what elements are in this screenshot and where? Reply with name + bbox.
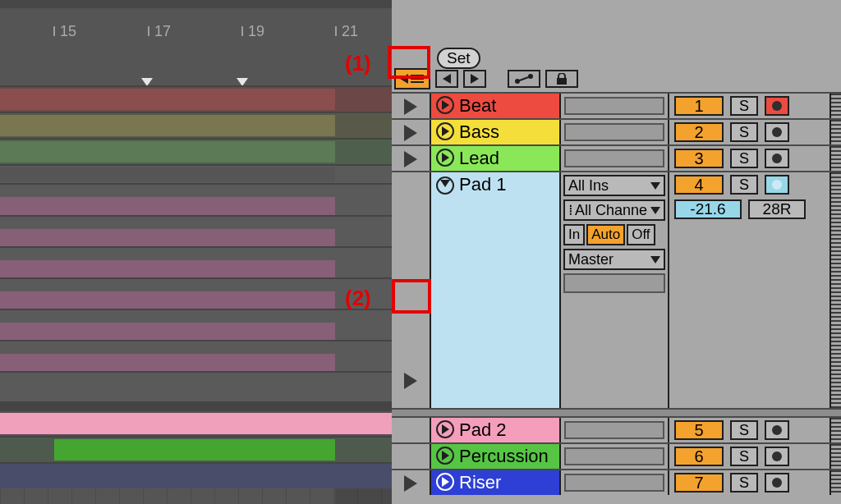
solo-button[interactable]: S (730, 447, 758, 466)
track-unfold-button[interactable] (404, 151, 417, 167)
track-row[interactable]: Lead 3 S (392, 144, 841, 171)
set-marker-button[interactable]: Set (437, 48, 480, 69)
arrangement-area[interactable] (0, 85, 392, 504)
annotation-label-2: (2) (345, 286, 371, 311)
solo-button[interactable]: S (730, 175, 758, 195)
track-name: Beat (459, 96, 496, 116)
arm-button[interactable] (765, 96, 789, 116)
track-fold-button[interactable] (436, 176, 454, 195)
clip[interactable] (0, 323, 335, 341)
track-launch-button[interactable] (436, 96, 454, 114)
ruler-tick: 19 (248, 23, 264, 39)
track-resize-handle[interactable] (830, 418, 841, 442)
track-activator[interactable]: 7 (674, 473, 724, 493)
lock-envelopes-button[interactable] (545, 70, 578, 88)
next-locator-button[interactable] (463, 70, 486, 88)
track-launch-button[interactable] (436, 447, 454, 465)
monitor-off-button[interactable]: Off (627, 224, 655, 245)
track-row-expanded[interactable]: Pad 1 All Ins ⁞All Channe In Auto Off (392, 171, 841, 408)
automation-mode-button[interactable] (508, 70, 540, 88)
clip[interactable] (0, 413, 392, 434)
ruler-tick: 21 (342, 23, 358, 39)
solo-button[interactable]: S (730, 122, 758, 142)
track-activator[interactable]: 4 (674, 175, 724, 195)
track-meter (564, 474, 664, 492)
ruler-tick: 17 (154, 23, 171, 39)
svg-point-8 (528, 74, 533, 79)
input-type-value: All Ins (568, 177, 609, 195)
solo-button[interactable]: S (730, 420, 758, 440)
track-activator[interactable]: 6 (674, 447, 724, 466)
back-to-arrangement-button[interactable] (394, 68, 430, 89)
arm-button[interactable] (765, 447, 789, 466)
solo-button[interactable]: S (730, 149, 758, 168)
track-meter (564, 123, 664, 141)
arm-button[interactable] (765, 149, 789, 168)
midi-icon: ⁞ (568, 201, 573, 219)
track-unfold-button[interactable] (404, 475, 417, 492)
monitor-auto-button[interactable]: Auto (586, 224, 625, 245)
arm-button[interactable] (765, 122, 789, 142)
output-value: Master (568, 251, 614, 268)
monitor-in-button[interactable]: In (563, 224, 585, 245)
svg-rect-3 (411, 81, 424, 83)
track-launch-button[interactable] (436, 122, 454, 140)
track-name: Pad 2 (459, 420, 507, 440)
output-select[interactable]: Master (563, 249, 665, 270)
solo-button[interactable]: S (730, 473, 758, 493)
track-resize-handle[interactable] (830, 470, 841, 495)
arm-button[interactable] (765, 175, 789, 195)
track-resize-handle[interactable] (830, 94, 841, 118)
clip[interactable] (54, 439, 335, 460)
clip[interactable] (0, 354, 335, 372)
track-resize-handle[interactable] (830, 444, 841, 469)
track-resize-handle[interactable] (830, 172, 841, 408)
timeline-ruler[interactable]: 15 17 19 21 (0, 23, 392, 48)
track-activator[interactable]: 5 (674, 420, 724, 440)
track-meter (564, 447, 664, 465)
prev-locator-button[interactable] (435, 70, 458, 88)
track-volume-value[interactable]: -21.6 (674, 199, 742, 219)
track-unfold-button[interactable] (404, 373, 417, 389)
track-row[interactable]: Riser 7 S (392, 469, 841, 495)
track-launch-button[interactable] (436, 420, 454, 438)
track-name: Riser (459, 473, 501, 493)
arm-button[interactable] (765, 473, 789, 493)
clip[interactable] (0, 167, 335, 181)
track-row[interactable]: Pad 2 5 S (392, 416, 841, 442)
track-name: Percussion (459, 447, 549, 466)
output-channel-select[interactable] (563, 273, 665, 293)
clip[interactable] (0, 229, 335, 247)
track-unfold-button[interactable] (404, 125, 417, 141)
track-row[interactable]: Percussion 6 S (392, 442, 841, 469)
input-channel-select[interactable]: ⁞All Channe (563, 199, 665, 221)
track-activator[interactable]: 3 (674, 149, 724, 168)
track-launch-button[interactable] (436, 473, 454, 491)
ruler-tick: 15 (60, 23, 76, 39)
svg-rect-9 (557, 78, 567, 85)
clip[interactable] (0, 89, 335, 110)
clip[interactable] (0, 197, 335, 215)
track-unfold-button[interactable] (404, 99, 417, 115)
solo-button[interactable]: S (730, 96, 758, 116)
clip[interactable] (0, 260, 335, 278)
track-activator[interactable]: 2 (674, 122, 724, 142)
clip[interactable] (0, 115, 335, 136)
svg-marker-4 (443, 74, 451, 84)
track-resize-handle[interactable] (830, 120, 841, 144)
track-activator[interactable]: 1 (674, 96, 724, 116)
input-type-select[interactable]: All Ins (563, 175, 665, 196)
track-row[interactable]: Beat 1 S (392, 92, 841, 118)
arm-button[interactable] (765, 420, 789, 440)
track-launch-button[interactable] (436, 149, 454, 167)
svg-rect-2 (411, 78, 424, 80)
clip[interactable] (0, 291, 335, 309)
svg-marker-5 (471, 74, 479, 84)
clip[interactable] (0, 141, 335, 163)
track-row[interactable]: Bass 2 S (392, 118, 841, 144)
track-name: Pad 1 (459, 175, 507, 195)
input-channel-value: All Channe (575, 202, 647, 219)
set-label: Set (447, 49, 471, 66)
track-pan-value[interactable]: 28R (748, 199, 806, 219)
track-resize-handle[interactable] (830, 146, 841, 171)
